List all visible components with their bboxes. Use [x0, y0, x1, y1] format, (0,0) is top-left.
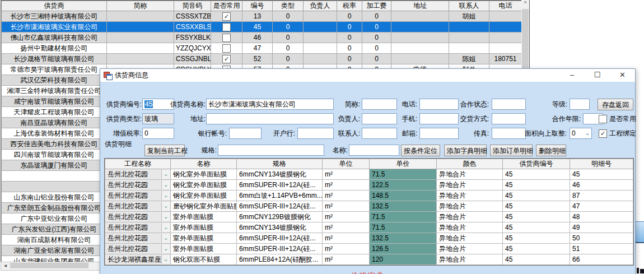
coop-status-field[interactable] — [492, 99, 526, 110]
detail-cell[interactable]: 异地合片 — [437, 201, 503, 212]
detail-row[interactable]: 岳州北控花园⌄室外单面贴膜6mmCNY134镀膜钢化m²71.5异地合片4549 — [105, 222, 633, 233]
supplier-cell[interactable] — [391, 32, 449, 43]
column-header[interactable]: 电话 — [489, 1, 522, 11]
supplier-cell[interactable]: 0 — [273, 22, 304, 32]
detail-cell[interactable]: 异地合片 — [437, 212, 503, 222]
supplier-cell[interactable]: 陈姐 — [449, 54, 489, 64]
add-dict-detail-button[interactable]: 添加字典明细 — [444, 145, 487, 156]
detail-cell[interactable]: 45 — [503, 254, 570, 265]
supplier-cell[interactable]: 180751 — [489, 54, 522, 64]
detail-row[interactable]: 岳州北控花园⌄钢化室外单面贴膜6mmSUPER-III+12A(硅...m²12… — [105, 180, 633, 191]
detail-cell[interactable]: 6mmSUPER-III+12A(硅... — [237, 180, 323, 191]
grade-field[interactable] — [570, 99, 590, 110]
mobile-field[interactable] — [419, 113, 459, 124]
email-field[interactable] — [419, 128, 459, 139]
supplier-cell[interactable] — [391, 11, 449, 22]
supplier-cell[interactable]: 常德市昊宇玻璃有限责任公司 — [2, 64, 107, 75]
detail-cell[interactable]: 132.5 — [370, 233, 437, 244]
supplier-name-field[interactable] — [206, 99, 334, 110]
supplier-cell[interactable]: 长沙晟格节能玻璃有限公司 — [2, 54, 107, 64]
supplier-cell[interactable]: 0 — [337, 11, 362, 22]
detail-cell[interactable]: 钢化双面不贴膜 — [171, 254, 237, 265]
delivery-field[interactable] — [492, 113, 526, 124]
column-header[interactable]: 简音码 — [174, 1, 211, 11]
detail-column-header[interactable]: 颜色 — [437, 159, 503, 169]
supplier-cell[interactable] — [489, 32, 522, 43]
supplier-cell[interactable] — [391, 22, 449, 32]
project-combo[interactable]: 岳州北控花园⌄ — [105, 169, 171, 180]
supplier-cell[interactable]: 46 — [242, 32, 273, 43]
locate-button[interactable]: 按条件定位 — [401, 145, 440, 156]
detail-cell[interactable]: 51 — [570, 244, 633, 254]
supplier-cell[interactable] — [489, 11, 522, 22]
area-round-dropdown[interactable]: 0 ⌄ — [570, 128, 592, 139]
name-filter-input[interactable] — [349, 145, 399, 156]
detail-cell[interactable]: 室外单面贴膜 — [171, 222, 237, 233]
supplier-row[interactable]: 扬州中勤建材有限公司YZZQJCYXGS47000 — [2, 43, 522, 54]
supplier-cell[interactable] — [304, 43, 337, 54]
supplier-cell[interactable]: 广东兴发铝业(江西)有限公司 — [2, 224, 107, 235]
supplier-row[interactable]: 佛山市亿鑫玻璃科技有限公司FSSYXBLKJ...46000 — [2, 32, 522, 43]
detail-cell[interactable]: m² — [323, 222, 370, 233]
contact-field[interactable] — [362, 128, 397, 139]
supplier-cell[interactable] — [211, 22, 242, 32]
detail-cell[interactable]: 6mmPLE84+12A(硅酮胶... — [237, 254, 323, 265]
detail-row[interactable]: 岳州北控花园⌄室外单面贴膜6mmCNY129B镀膜钢化m²71.5异地合片454… — [105, 212, 633, 222]
supplier-cell[interactable]: 0 — [273, 43, 304, 54]
detail-cell[interactable]: 6mmSUPER-III+12A(硅... — [237, 201, 323, 212]
add-order-detail-button[interactable]: 添加订单明细 — [490, 145, 533, 156]
supplier-cell[interactable]: YZZQJCYXGS — [174, 43, 211, 54]
supplier-cell[interactable]: 湘潭三金特种玻璃有限责任公司 — [2, 86, 107, 96]
detail-cell[interactable]: 钢化室外单面贴膜 — [171, 191, 237, 201]
supplier-cell[interactable] — [489, 22, 522, 32]
supplier-cell[interactable]: 0 — [362, 11, 391, 22]
detail-cell[interactable]: m² — [323, 191, 370, 201]
chevron-down-icon[interactable]: ⌄ — [161, 244, 170, 253]
detail-cell[interactable]: 45 — [503, 180, 570, 191]
detail-cell[interactable]: 47 — [570, 201, 633, 212]
supplier-cell[interactable] — [211, 43, 242, 54]
checkbox-icon[interactable] — [222, 23, 231, 31]
supplier-cell[interactable]: 0 — [337, 54, 362, 64]
detail-cell[interactable]: 132.5 — [370, 201, 437, 212]
phone-field[interactable] — [419, 99, 459, 110]
detail-cell[interactable]: 87 — [570, 191, 633, 201]
detail-cell[interactable]: 46 — [570, 180, 633, 191]
detail-cell[interactable]: 45 — [503, 191, 570, 201]
supplier-cell[interactable] — [304, 32, 337, 43]
supplier-cell[interactable]: ✓ — [211, 54, 242, 64]
detail-cell[interactable]: 122.5 — [370, 180, 437, 191]
detail-cell[interactable]: 异地合片 — [437, 180, 503, 191]
checkbox-checked-icon[interactable]: ✓ — [222, 55, 231, 63]
supplier-cell[interactable]: 0 — [362, 32, 391, 43]
column-header[interactable]: 加工费 — [362, 1, 391, 11]
detail-cell[interactable]: 71.5 — [370, 212, 437, 222]
detail-cell[interactable]: 45 — [503, 244, 570, 254]
supplier-row[interactable]: 长沙市潇湘玻璃实业有限公司CSSXXBLSY...45000 — [2, 22, 522, 32]
detail-cell[interactable]: 71.5 — [370, 222, 437, 233]
supplier-cell[interactable]: 天津耀皮工程玻璃有限公司 — [2, 107, 107, 118]
detail-cell[interactable]: 异地合片 — [437, 191, 503, 201]
detail-cell[interactable]: 66 — [570, 254, 633, 265]
supplier-cell[interactable] — [304, 22, 337, 32]
checkbox-checked-icon[interactable]: ✓ — [222, 12, 231, 21]
column-header[interactable]: 联系人 — [449, 1, 489, 11]
scroll-up-icon[interactable]: ^ — [521, 0, 529, 8]
detail-cell[interactable]: 45 — [503, 212, 570, 222]
supplier-cell[interactable]: 0 — [337, 43, 362, 54]
supplier-cell[interactable]: CSSXXBLSY... — [174, 22, 211, 32]
detail-cell[interactable]: 钢化室外单面贴膜 — [171, 180, 237, 191]
column-header[interactable]: 是否常用 — [211, 1, 242, 11]
detail-row[interactable]: 岳州北控花园⌄钢化室外单面贴膜6mm白玻+1.14PVB+6mm...m²148… — [105, 191, 633, 201]
supplier-cell[interactable]: 山东南山铝业股份有限公司 — [2, 192, 107, 203]
detail-cell[interactable]: 148.5 — [370, 191, 437, 201]
detail-cell[interactable]: 6mmSUPER-III+12A(硅... — [237, 233, 323, 244]
short-name-field[interactable] — [362, 99, 397, 110]
supplier-cell[interactable]: 47 — [242, 43, 273, 54]
project-combo[interactable]: 岳州北控花园⌄ — [105, 222, 171, 233]
detail-cell[interactable]: m² — [323, 233, 370, 244]
supplier-cell[interactable] — [107, 22, 174, 32]
supplier-cell[interactable] — [107, 54, 174, 64]
detail-cell[interactable]: 45 — [570, 169, 633, 180]
detail-cell[interactable]: 异地合片 — [437, 169, 503, 180]
